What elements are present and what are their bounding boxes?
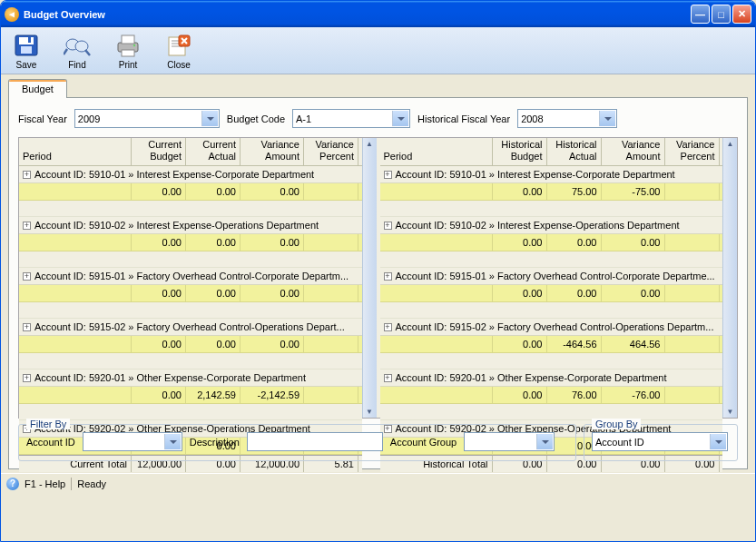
chevron-down-icon xyxy=(207,117,214,121)
group-by-select[interactable]: Account ID xyxy=(592,432,728,451)
expand-icon[interactable]: + xyxy=(23,171,31,179)
expand-icon[interactable]: + xyxy=(23,323,31,331)
group-row[interactable]: +Account ID: 5920-01 » Other Expense-Cor… xyxy=(380,370,723,387)
data-row: 0.0076.00-76.00 xyxy=(380,387,723,404)
close-button[interactable]: Close xyxy=(161,31,197,72)
blank-row xyxy=(19,404,362,420)
col-variance-percent[interactable]: Variance Percent xyxy=(304,138,358,165)
statusbar: ? F1 - Help Ready xyxy=(1,473,755,493)
group-row[interactable]: +Account ID: 5920-01 » Other Expense-Cor… xyxy=(19,370,362,387)
svg-rect-3 xyxy=(28,37,31,43)
expand-icon[interactable]: + xyxy=(23,272,31,281)
historical-year-select[interactable]: 2008 xyxy=(517,109,617,128)
scrollbar[interactable] xyxy=(362,138,377,418)
current-grid: Period Current Budget Current Actual Var… xyxy=(19,138,377,418)
chevron-down-icon xyxy=(715,440,722,444)
col-current-actual[interactable]: Current Actual xyxy=(186,138,241,165)
expand-icon[interactable]: + xyxy=(384,272,392,281)
expand-icon[interactable]: + xyxy=(384,171,392,179)
expand-icon[interactable]: + xyxy=(384,374,392,382)
description-label: Description xyxy=(190,437,240,448)
expand-icon[interactable]: + xyxy=(384,222,392,230)
col-period[interactable]: Period xyxy=(19,138,132,165)
titlebar: ◄ Budget Overview — □ ✕ xyxy=(1,1,755,27)
group-label: Account ID: 5915-02 » Factory Overhead C… xyxy=(396,321,714,332)
scrollbar[interactable] xyxy=(722,138,737,418)
current-grid-header: Period Current Budget Current Actual Var… xyxy=(19,138,362,166)
find-button[interactable]: Find xyxy=(59,31,95,72)
blank-row xyxy=(380,404,723,420)
data-row: 0.002,142.59-2,142.59 xyxy=(19,387,362,404)
group-label: Account ID: 5920-01 » Other Expense-Corp… xyxy=(396,372,667,383)
print-button[interactable]: Print xyxy=(110,31,146,72)
app-icon: ◄ xyxy=(5,7,19,22)
group-row[interactable]: +Account ID: 5910-01 » Interest Expense-… xyxy=(380,166,723,183)
group-row[interactable]: +Account ID: 5910-01 » Interest Expense-… xyxy=(19,166,362,183)
data-row: 0.000.000.00 xyxy=(380,234,723,251)
maximize-button[interactable]: □ xyxy=(712,5,731,24)
col-historical-budget[interactable]: Historical Budget xyxy=(493,138,547,165)
svg-rect-1 xyxy=(19,37,34,44)
group-row[interactable]: +Account ID: 5915-01 » Factory Overhead … xyxy=(380,268,723,285)
blank-row xyxy=(380,251,723,268)
expand-icon[interactable]: + xyxy=(23,222,31,230)
close-window-button[interactable]: ✕ xyxy=(732,5,751,24)
tab-budget[interactable]: Budget xyxy=(8,79,67,98)
chevron-down-icon xyxy=(398,117,405,121)
grids-container: Period Current Budget Current Actual Var… xyxy=(18,137,738,419)
filter-by-fieldset: Filter By Account ID Description Account… xyxy=(18,424,576,461)
description-input[interactable] xyxy=(247,432,383,451)
content-panel: Fiscal Year 2009 Budget Code A-1 Histori… xyxy=(8,97,748,469)
toolbar: Save Find Print Close xyxy=(1,27,755,74)
col-variance-amount[interactable]: Variance Amount xyxy=(241,138,304,165)
blank-row xyxy=(19,353,362,370)
account-group-select[interactable] xyxy=(464,432,555,451)
group-row[interactable]: +Account ID: 5915-02 » Factory Overhead … xyxy=(380,319,723,336)
blank-row xyxy=(380,302,723,319)
data-row: 0.000.000.00 xyxy=(19,336,362,353)
chevron-down-icon xyxy=(604,117,612,121)
group-row[interactable]: +Account ID: 5910-02 » Interest Expense-… xyxy=(380,217,723,234)
expand-icon[interactable]: + xyxy=(384,323,392,331)
find-icon xyxy=(63,33,92,58)
print-icon xyxy=(113,33,142,58)
col-historical-actual[interactable]: Historical Actual xyxy=(547,138,602,165)
help-icon[interactable]: ? xyxy=(6,478,19,490)
svg-rect-9 xyxy=(122,35,134,44)
svg-line-6 xyxy=(85,50,90,55)
chevron-down-icon xyxy=(170,440,177,444)
historical-grid-header: Period Historical Budget Historical Actu… xyxy=(380,138,723,166)
col-variance-percent[interactable]: Variance Percent xyxy=(665,138,720,165)
budget-code-label: Budget Code xyxy=(227,113,285,124)
group-row[interactable]: +Account ID: 5915-02 » Factory Overhead … xyxy=(19,319,362,336)
window-title: Budget Overview xyxy=(24,9,691,20)
historical-grid: Period Historical Budget Historical Actu… xyxy=(380,138,738,418)
account-id-label: Account ID xyxy=(26,437,75,448)
group-row[interactable]: +Account ID: 5915-01 » Factory Overhead … xyxy=(19,268,362,285)
top-filters: Fiscal Year 2009 Budget Code A-1 Histori… xyxy=(18,109,738,128)
bottom-panel: Filter By Account ID Description Account… xyxy=(18,424,738,461)
col-period[interactable]: Period xyxy=(380,138,493,165)
minimize-button[interactable]: — xyxy=(691,5,710,24)
data-row: 0.000.000.00 xyxy=(19,285,362,302)
historical-year-label: Historical Fiscal Year xyxy=(417,113,510,124)
col-current-budget[interactable]: Current Budget xyxy=(132,138,186,165)
budget-code-select[interactable]: A-1 xyxy=(292,109,410,128)
blank-row xyxy=(380,353,723,370)
group-label: Account ID: 5910-02 » Interest Expense-O… xyxy=(396,220,680,231)
blank-row xyxy=(19,201,362,217)
account-id-select[interactable] xyxy=(83,432,182,451)
fiscal-year-select[interactable]: 2009 xyxy=(74,109,220,128)
svg-rect-2 xyxy=(21,46,32,54)
blank-row xyxy=(19,251,362,268)
col-variance-amount[interactable]: Variance Amount xyxy=(602,138,665,165)
help-text: F1 - Help xyxy=(25,478,65,489)
expand-icon[interactable]: + xyxy=(23,374,31,382)
app-window: ◄ Budget Overview — □ ✕ Save Find xyxy=(0,0,756,542)
group-label: Account ID: 5915-02 » Factory Overhead C… xyxy=(34,321,345,332)
blank-row xyxy=(380,201,723,217)
group-row[interactable]: +Account ID: 5910-02 » Interest Expense-… xyxy=(19,217,362,234)
group-label: Account ID: 5915-01 » Factory Overhead C… xyxy=(396,271,715,281)
save-button[interactable]: Save xyxy=(8,31,44,72)
data-row: 0.000.000.00 xyxy=(380,285,723,302)
